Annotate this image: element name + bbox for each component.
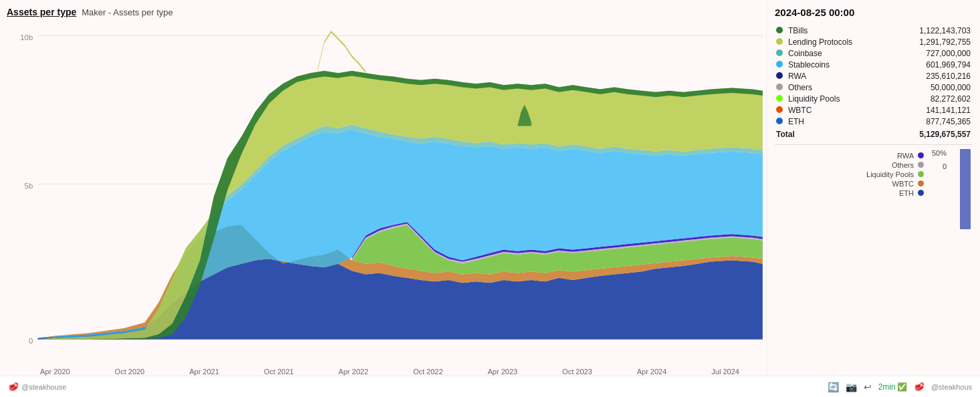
mini-legend-name-0: RWA: [897, 152, 914, 160]
x-label-4: Apr 2022: [338, 368, 368, 376]
legend-dot-2: [776, 49, 783, 56]
legend-value-8: 877,745,365: [900, 116, 972, 127]
legend-row: Liquidity Pools 82,272,602: [775, 93, 972, 104]
legend-name-1: Lending Protocols: [787, 36, 900, 47]
mini-legend-dot-3: [918, 180, 924, 186]
legend-value-7: 141,141,121: [900, 104, 972, 116]
chart-section: Assets per type Maker - Assets per type …: [0, 0, 766, 376]
bottom-username-right: @steakhous: [931, 383, 972, 391]
mini-legend-dot-4: [918, 190, 924, 196]
legend-name-3: Stablecoins: [787, 59, 900, 70]
legend-name-5: Others: [787, 82, 900, 93]
legend-name-2: Coinbase: [787, 47, 900, 59]
chart-svg: 10b 5b 0: [7, 20, 766, 366]
legend-row: WBTC 141,141,121: [775, 104, 972, 116]
mini-legend-row: Liquidity Pools: [775, 170, 924, 178]
date-header: 2024-08-25 00:00: [775, 7, 972, 18]
legend-name-8: ETH: [787, 116, 900, 127]
bottom-bar-left: 🥩 @steakhouse: [8, 382, 66, 392]
x-label-1: Oct 2020: [115, 368, 145, 376]
bottom-logo-icon: 🥩: [8, 382, 19, 392]
timer-value: 2min: [878, 382, 896, 392]
check-icon: ✅: [897, 382, 907, 392]
divider: [775, 144, 972, 145]
total-value: 5,129,675,557: [900, 127, 972, 140]
mini-legend-dot-2: [918, 171, 924, 177]
bottom-username-left: @steakhouse: [21, 383, 66, 391]
undo-icon[interactable]: ↩: [864, 382, 872, 392]
legend-value-6: 82,272,602: [900, 93, 972, 104]
bottom-bar-right: 🔄 📷 ↩ 2min ✅ 🥩 @steakhous: [828, 382, 972, 392]
x-label-5: Oct 2022: [413, 368, 443, 376]
legend-dot-5: [776, 84, 783, 90]
toolbar-icons: 🔄 📷 ↩ 2min ✅: [828, 382, 907, 392]
legend-row: TBills 1,122,143,703: [775, 25, 972, 36]
legend-value-4: 235,610,216: [900, 70, 972, 82]
x-label-3: Oct 2021: [264, 368, 294, 376]
legend-name-0: TBills: [787, 25, 900, 36]
x-label-8: Apr 2024: [637, 368, 667, 376]
svg-rect-6: [960, 149, 971, 229]
x-label-7: Oct 2023: [562, 368, 592, 376]
legend-row: Others 50,000,000: [775, 82, 972, 93]
x-label-2: Apr 2021: [189, 368, 219, 376]
camera-icon[interactable]: 📷: [846, 382, 857, 392]
legend-dot-4: [776, 72, 783, 79]
mini-legend-name-4: ETH: [899, 189, 914, 197]
legend-row: ETH 877,745,365: [775, 116, 972, 127]
chart-area: 10b 5b 0: [7, 20, 766, 366]
mini-legend-name-3: WBTC: [892, 180, 914, 188]
legend-dot-0: [776, 27, 783, 33]
total-row: Total 5,129,675,557: [775, 127, 972, 140]
legend-value-5: 50,000,000: [900, 82, 972, 93]
legend-value-3: 601,969,794: [900, 59, 972, 70]
zero-label: 0: [943, 162, 947, 170]
x-label-0: Apr 2020: [40, 368, 70, 376]
legend-name-4: RWA: [787, 70, 900, 82]
chart-title-main: Assets per type: [7, 7, 76, 17]
legend-name-7: WBTC: [787, 104, 900, 116]
mini-legend-row: ETH: [775, 189, 924, 197]
legend-dot-7: [776, 106, 783, 113]
mini-legend: RWA Others Liquidity Pools WBTC ETH: [775, 152, 924, 197]
legend-table: TBills 1,122,143,703 Lending Protocols 1…: [775, 25, 972, 140]
legend-row: RWA 235,610,216: [775, 70, 972, 82]
right-panel-bottom: RWA Others Liquidity Pools WBTC ETH 50% …: [775, 149, 972, 370]
mini-legend-row: RWA: [775, 152, 924, 160]
svg-text:0: 0: [29, 337, 33, 345]
legend-dot-6: [776, 95, 783, 102]
legend-value-0: 1,122,143,703: [900, 25, 972, 36]
mini-legend-row: WBTC: [775, 180, 924, 188]
svg-text:5b: 5b: [25, 181, 33, 189]
x-label-6: Apr 2023: [488, 368, 518, 376]
x-label-9: Jul 2024: [711, 368, 739, 376]
bottom-logo-icon-right: 🥩: [914, 382, 925, 392]
mini-legend-row: Others: [775, 161, 924, 169]
legend-dot-1: [776, 38, 783, 45]
legend-value-2: 727,000,000: [900, 47, 972, 59]
legend-dot-8: [776, 118, 783, 124]
timer-badge: 2min ✅: [878, 382, 907, 392]
chart-title-sub: Maker - Assets per type: [82, 7, 173, 17]
legend-row: Coinbase 727,000,000: [775, 47, 972, 59]
mini-legend-name-1: Others: [892, 161, 914, 169]
legend-name-6: Liquidity Pools: [787, 93, 900, 104]
mini-legend-dot-0: [918, 152, 924, 158]
x-axis-labels: Apr 2020 Oct 2020 Apr 2021 Oct 2021 Apr …: [7, 366, 766, 376]
bottom-bar: 🥩 @steakhouse 🔄 📷 ↩ 2min ✅ 🥩 @steakhous: [0, 376, 980, 397]
mini-legend-dot-1: [918, 162, 924, 168]
mini-legend-name-2: Liquidity Pools: [866, 170, 914, 178]
mini-chart: [952, 149, 972, 232]
legend-row: Lending Protocols 1,291,792,755: [775, 36, 972, 47]
legend-row: Stablecoins 601,969,794: [775, 59, 972, 70]
legend-value-1: 1,291,792,755: [900, 36, 972, 47]
chart-title-row: Assets per type Maker - Assets per type: [7, 7, 766, 17]
total-label: Total: [775, 127, 900, 140]
percent-label: 50%: [932, 149, 947, 157]
refresh-icon[interactable]: 🔄: [828, 382, 839, 392]
svg-text:10b: 10b: [20, 33, 33, 41]
right-panel: 2024-08-25 00:00 TBills 1,122,143,703 Le…: [766, 0, 980, 376]
legend-dot-3: [776, 61, 783, 68]
